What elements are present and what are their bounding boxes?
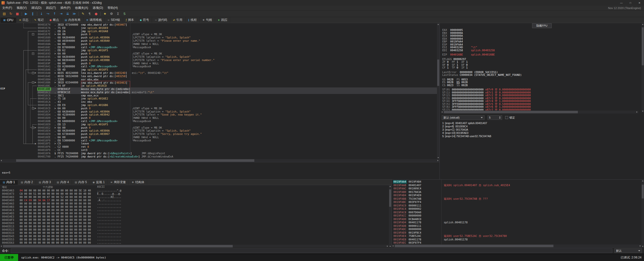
dump-byte[interactable]: 00 (70, 199, 73, 202)
dump-byte[interactable]: 00 (70, 192, 73, 195)
tab-threads[interactable]: ∥线程 (185, 17, 200, 23)
open-file-button[interactable]: ▤ (1, 11, 8, 17)
dump-byte[interactable]: 5E (79, 189, 82, 192)
dump-byte[interactable]: 00 (20, 219, 23, 221)
disasm-row[interactable]: 0040167A. 75 EDjne splish.401669 (0, 26, 437, 30)
dump-row[interactable]: 0040354300 00 00 00 00 00 00 00 00 00 00… (0, 235, 389, 238)
dump-byte[interactable]: 00 (74, 212, 77, 215)
dump-byte[interactable]: 00 (42, 232, 45, 234)
dump-byte[interactable]: 00 (83, 212, 86, 215)
hide-fpu-button[interactable]: 隐藏FPU (532, 23, 552, 28)
tab-memory-1[interactable]: ▤内存 1 (0, 180, 18, 185)
dump-row[interactable]: 0040353300 00 00 00 00 00 00 00 00 00 00… (0, 231, 389, 235)
stack-vertical-scrollbar[interactable] (641, 180, 644, 248)
scroll-track[interactable] (641, 182, 644, 245)
scroll-left-icon[interactable] (0, 159, 3, 162)
dump-byte[interactable]: 00 (42, 219, 45, 221)
scroll-thumb[interactable] (444, 111, 578, 113)
dump-byte[interactable]: 00 (38, 225, 41, 228)
dump-byte[interactable]: 00 (61, 192, 64, 195)
dump-byte[interactable]: 00 (33, 199, 36, 202)
scroll-thumb[interactable] (437, 60, 439, 86)
dump-byte[interactable]: 00 (65, 209, 68, 212)
dump-byte[interactable]: 00 (42, 189, 45, 192)
lock-checkbox[interactable]: 锁定 (505, 116, 515, 120)
dump-byte[interactable]: 00 (83, 215, 86, 218)
dump-byte[interactable]: 00 (29, 222, 32, 225)
scroll-down-icon[interactable] (437, 156, 439, 159)
register-line[interactable]: EFLAGS 00000297 (442, 58, 641, 61)
disasm-row[interactable]: 004016CA. 43inc ebx (0, 100, 437, 103)
scroll-left-icon[interactable] (392, 244, 395, 247)
tab-notes[interactable]: ✎笔记 (31, 17, 47, 23)
stack-row[interactable]: 0019FAD0DCBAABCD (392, 218, 641, 221)
dump-row[interactable]: 0040349300 C4 09 00 3A 0A 17 00 00 00 00… (0, 199, 389, 202)
menu-item-1[interactable]: 视图(V) (14, 5, 29, 11)
disasm-row[interactable]: 004016BE 0FBE041Fmovsx eax,byte ptr ds:[… (0, 87, 437, 91)
dump-byte[interactable]: 00 (47, 205, 50, 208)
menu-item-7[interactable]: 帮助(H) (105, 5, 120, 11)
dump-byte[interactable]: 00 (24, 202, 27, 205)
dump-byte[interactable]: 00 (70, 209, 73, 212)
dump-row[interactable]: 0040348300 00 00 00 00 00 07 00 00 52 49… (0, 195, 389, 199)
argument-count-spinner[interactable]: 5 (488, 115, 502, 120)
memory-dump[interactable]: 0040346304 00 00 00 00 00 00 00 00 00 00… (0, 189, 389, 245)
dump-byte[interactable]: 00 (42, 228, 45, 231)
dump-byte[interactable]: 09 (29, 199, 32, 202)
dump-byte[interactable]: 10 (83, 189, 86, 192)
disasm-row[interactable]: 004016EE. 6A 00push 0│HWND hWnd = NULL (0, 136, 437, 139)
stop-button[interactable]: ■ (14, 11, 21, 17)
dump-byte[interactable]: 00 (61, 225, 64, 228)
register-line[interactable]: EDI 00403258 splish.00403258 (442, 49, 641, 52)
dump-byte[interactable]: 00 (56, 205, 59, 208)
dump-byte[interactable]: 00 (20, 232, 23, 234)
comment-button[interactable]: ¶ (86, 11, 93, 17)
dump-byte[interactable]: 00 (88, 212, 91, 215)
dump-byte[interactable]: 00 (65, 212, 68, 215)
dump-byte[interactable]: 00 (20, 222, 23, 225)
dump-byte[interactable]: 00 (74, 238, 77, 241)
tab-cpu[interactable]: ▦CPU (1, 17, 16, 23)
dump-byte[interactable]: 00 (33, 205, 36, 208)
dump-byte[interactable]: 00 (33, 209, 36, 212)
disasm-row[interactable]: 004016C8. 75 18jne splish.4016E2 (0, 97, 437, 100)
dump-byte[interactable]: 00 (52, 228, 55, 231)
disassembly-horizontal-scrollbar[interactable] (0, 159, 439, 162)
disasm-row[interactable]: 0040167C. EB 2Ajmp splish.4016A8 (0, 30, 437, 33)
dump-byte[interactable]: 00 (42, 215, 45, 218)
dump-byte[interactable]: 00 (83, 232, 86, 234)
dump-byte[interactable]: 00 (56, 212, 59, 215)
dump-byte[interactable]: 00 (47, 219, 50, 221)
dump-byte[interactable]: 00 (42, 202, 45, 205)
dump-byte[interactable]: 00 (33, 222, 36, 225)
dump-byte[interactable]: 00 (24, 241, 27, 244)
dump-byte[interactable]: 00 (83, 228, 86, 231)
checkbox-icon[interactable] (505, 116, 508, 119)
stack-row[interactable]: 0019FAC400000002 (392, 207, 641, 211)
scroll-track[interactable] (3, 159, 436, 162)
registers-vertical-scrollbar[interactable] (641, 23, 644, 113)
dump-byte[interactable]: 00 (74, 222, 77, 225)
dump-byte[interactable]: 00 (70, 189, 73, 192)
dump-byte[interactable]: 00 (79, 202, 82, 205)
dump-byte[interactable]: 00 (38, 209, 41, 212)
tab-handles[interactable]: ❖句柄 (200, 17, 215, 23)
dump-byte[interactable]: 00 (38, 235, 41, 238)
run-to-selection-button[interactable]: ⇥ (58, 11, 64, 17)
scroll-track[interactable] (444, 111, 635, 114)
disasm-row[interactable]: 0040167E> 6A 00push 0┌UINT uType = MB_OK (0, 33, 437, 36)
dump-byte[interactable]: 00 (83, 205, 86, 208)
dump-byte[interactable]: 00 (20, 215, 23, 218)
disasm-row[interactable]: 00401693> 6A 00push 0┌UINT uType = MB_OK (0, 52, 437, 55)
scroll-thumb[interactable] (395, 245, 553, 247)
dump-byte[interactable]: 00 (52, 202, 55, 205)
dump-byte[interactable]: 00 (83, 202, 86, 205)
dump-byte[interactable]: 00 (38, 189, 41, 192)
dump-byte[interactable]: 00 (56, 232, 59, 234)
dump-byte[interactable]: 00 (47, 241, 50, 244)
dump-byte[interactable]: 00 (79, 199, 82, 202)
disasm-row[interactable]: 004016B4. 33DBxor ebx,ebx (0, 78, 437, 81)
dump-byte[interactable]: 00 (56, 238, 59, 241)
dump-byte[interactable]: 40 (88, 189, 91, 192)
scroll-left-icon[interactable] (441, 111, 444, 114)
